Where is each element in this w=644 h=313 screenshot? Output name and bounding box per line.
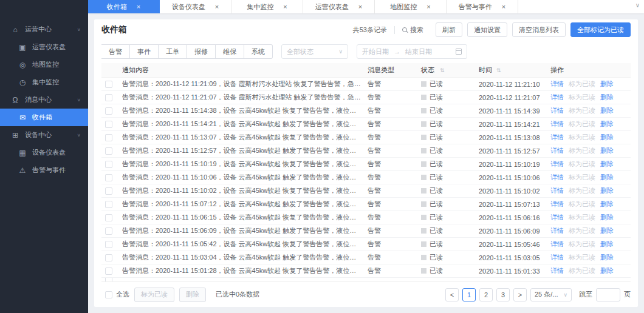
detail-link[interactable]: 详情 [550, 160, 564, 169]
search-toggle[interactable]: 搜索 [402, 25, 423, 35]
row-checkbox[interactable] [105, 241, 112, 248]
mark-read-link[interactable]: 标为已读 [569, 119, 595, 129]
row-checkbox[interactable] [105, 187, 112, 195]
type-filter-button[interactable]: 维保 [216, 44, 244, 59]
delete-link[interactable]: 删除 [600, 79, 614, 89]
row-checkbox[interactable] [105, 121, 112, 128]
delete-link[interactable]: 删除 [600, 106, 614, 115]
row-checkbox[interactable] [105, 174, 112, 181]
mark-read-link[interactable]: 标为已读 [569, 226, 595, 235]
close-icon[interactable]: × [215, 3, 219, 10]
sidebar-item[interactable]: ⚠ 告警与事件 [0, 161, 88, 179]
mark-read-link[interactable]: 标为已读 [569, 106, 595, 115]
tab[interactable]: 设备仪表盘 × [160, 0, 231, 13]
sidebar-item[interactable]: ▦ 设备仪表盘 [0, 144, 88, 161]
detail-link[interactable]: 详情 [550, 173, 564, 182]
detail-link[interactable]: 详情 [550, 133, 564, 142]
sidebar-item[interactable]: ◎ 地图监控 [0, 56, 88, 73]
close-icon[interactable]: × [426, 3, 430, 10]
row-checkbox[interactable] [105, 107, 112, 115]
close-icon[interactable]: × [283, 3, 287, 10]
row-checkbox[interactable] [105, 254, 112, 261]
mark-read-link[interactable]: 标为已读 [569, 173, 595, 182]
bulk-mark-read-button[interactable]: 标为已读 [134, 288, 174, 302]
delete-link[interactable]: 删除 [600, 200, 614, 209]
bulk-delete-button[interactable]: 删除 [179, 288, 206, 302]
mark-read-link[interactable]: 标为已读 [569, 146, 595, 155]
date-range-picker[interactable]: 开始日期 → 结束日期 [357, 44, 467, 59]
detail-link[interactable]: 详情 [550, 253, 564, 262]
detail-link[interactable]: 详情 [550, 213, 564, 222]
detail-link[interactable]: 详情 [550, 200, 564, 209]
page-button[interactable]: 1 [462, 288, 476, 301]
detail-link[interactable]: 详情 [550, 93, 564, 102]
mark-read-link[interactable]: 标为已读 [569, 93, 595, 102]
type-filter-button[interactable]: 工单 [159, 44, 187, 59]
jump-page-input[interactable] [596, 288, 620, 301]
tab[interactable]: 告警与事件 × [447, 0, 518, 13]
delete-link[interactable]: 删除 [600, 93, 614, 102]
tab[interactable]: 运营仪表盘 × [303, 0, 375, 13]
clear-list-button[interactable]: 清空消息列表 [512, 22, 566, 37]
detail-link[interactable]: 详情 [550, 106, 564, 115]
sort-icon[interactable]: ⇅ [440, 67, 445, 73]
detail-link[interactable]: 详情 [550, 146, 564, 155]
row-checkbox[interactable] [105, 214, 112, 221]
status-select[interactable]: 全部状态 ∨ [281, 44, 348, 59]
mark-read-link[interactable]: 标为已读 [569, 240, 595, 249]
row-checkbox[interactable] [105, 134, 112, 141]
mark-read-link[interactable]: 标为已读 [569, 266, 595, 275]
row-checkbox[interactable] [105, 161, 112, 168]
delete-link[interactable]: 删除 [600, 213, 614, 222]
detail-link[interactable]: 详情 [550, 266, 564, 275]
tab[interactable]: 地图监控 × [375, 0, 447, 13]
delete-link[interactable]: 删除 [600, 186, 614, 195]
prev-page-button[interactable]: < [445, 288, 459, 301]
close-icon[interactable]: × [137, 3, 140, 10]
refresh-button[interactable]: 刷新 [436, 22, 462, 37]
sidebar-item[interactable]: Ω 消息中心 ∨ [0, 91, 88, 109]
mark-read-link[interactable]: 标为已读 [569, 160, 595, 169]
tab[interactable]: 收件箱 × [88, 0, 160, 13]
delete-link[interactable]: 删除 [600, 146, 614, 155]
mark-read-link[interactable]: 标为已读 [569, 79, 595, 89]
sort-icon[interactable]: ⇅ [496, 67, 501, 73]
detail-link[interactable]: 详情 [550, 119, 564, 129]
select-all-checkbox[interactable] [105, 291, 112, 298]
select-all[interactable]: 全选 [105, 290, 129, 299]
row-checkbox[interactable] [105, 268, 112, 275]
delete-link[interactable]: 删除 [600, 253, 614, 262]
sidebar-item[interactable]: ▣ 运营仪表盘 [0, 38, 88, 56]
row-checkbox[interactable] [105, 147, 112, 155]
page-size-select[interactable]: 25 条/... ∨ [530, 288, 572, 301]
type-filter-button[interactable]: 系统 [244, 44, 273, 59]
sidebar-item[interactable]: ✉ 收件箱 [0, 109, 88, 126]
next-page-button[interactable]: > [513, 288, 527, 301]
page-button[interactable]: 2 [479, 288, 493, 301]
row-checkbox[interactable] [105, 201, 112, 208]
row-checkbox[interactable] [105, 227, 112, 235]
delete-link[interactable]: 删除 [600, 173, 614, 182]
type-filter-button[interactable]: 事件 [130, 44, 159, 59]
delete-link[interactable]: 删除 [600, 266, 614, 275]
delete-link[interactable]: 删除 [600, 226, 614, 235]
sidebar-item[interactable]: ◷ 集中监控 [0, 73, 88, 91]
close-icon[interactable]: × [358, 3, 362, 10]
detail-link[interactable]: 详情 [550, 240, 564, 249]
sidebar-item[interactable]: ⌂ 运营中心 ∨ [0, 21, 88, 38]
sidebar-item[interactable]: ⊞ 设备中心 ∨ [0, 126, 88, 144]
mark-read-link[interactable]: 标为已读 [569, 213, 595, 222]
mark-read-link[interactable]: 标为已读 [569, 253, 595, 262]
delete-link[interactable]: 删除 [600, 240, 614, 249]
notify-settings-button[interactable]: 通知设置 [467, 22, 507, 37]
tab[interactable]: 集中监控 × [231, 0, 303, 13]
delete-link[interactable]: 删除 [600, 160, 614, 169]
type-filter-button[interactable]: 报修 [187, 44, 216, 59]
page-button[interactable]: 3 [496, 288, 510, 301]
delete-link[interactable]: 删除 [600, 133, 614, 142]
close-icon[interactable]: × [502, 3, 505, 10]
type-filter-button[interactable]: 告警 [101, 44, 130, 59]
mark-read-link[interactable]: 标为已读 [569, 186, 595, 195]
row-checkbox[interactable] [105, 81, 112, 88]
detail-link[interactable]: 详情 [550, 186, 564, 195]
